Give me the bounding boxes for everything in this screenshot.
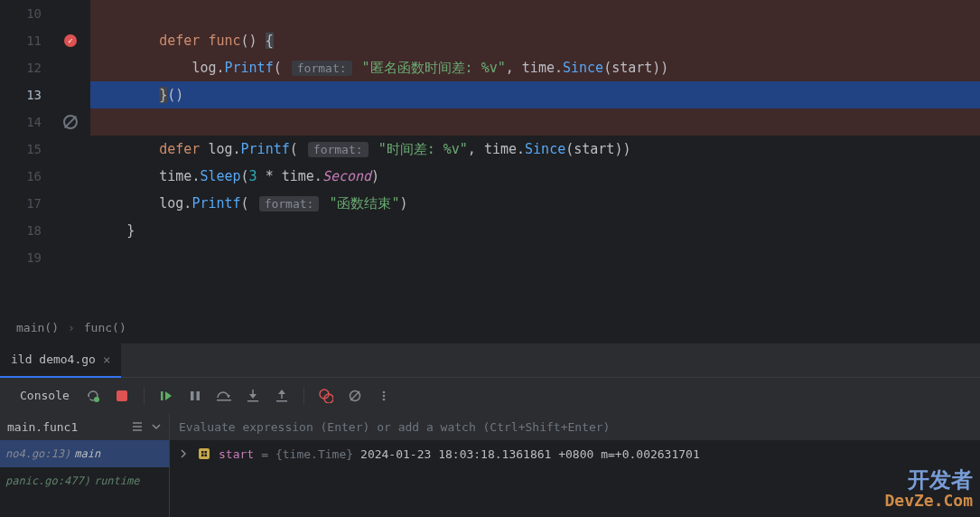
- no-stop-icon[interactable]: [51, 108, 90, 136]
- svg-rect-1: [117, 390, 127, 401]
- svg-rect-5: [217, 400, 231, 401]
- line-number[interactable]: 12: [13, 54, 51, 81]
- console-label[interactable]: Console: [20, 389, 70, 402]
- variable-equals: =: [261, 447, 268, 461]
- breadcrumb-separator: ›: [68, 321, 75, 334]
- gutter-row[interactable]: [51, 190, 90, 217]
- svg-rect-20: [199, 448, 210, 459]
- svg-rect-21: [201, 451, 204, 454]
- code-editor[interactable]: defer func() { log.Printf( format: "匿名函数…: [90, 0, 980, 312]
- frame-location: panic.go:477): [5, 475, 90, 487]
- svg-rect-22: [205, 451, 208, 454]
- gutter-row[interactable]: [51, 217, 90, 244]
- restart-button[interactable]: [80, 383, 106, 409]
- variables-panel: Evaluate expression (Enter) or add a wat…: [170, 413, 980, 517]
- breadcrumb-item[interactable]: func(): [84, 321, 126, 334]
- svg-rect-23: [201, 455, 204, 457]
- list-icon[interactable]: [131, 420, 144, 433]
- step-into-button[interactable]: [240, 383, 266, 409]
- code-line-12[interactable]: log.Printf( format: "匿名函数时间差: %v", time.…: [90, 54, 980, 81]
- line-number[interactable]: 14: [13, 108, 51, 136]
- svg-point-14: [382, 390, 385, 393]
- svg-rect-3: [191, 391, 194, 400]
- line-number[interactable]: 18: [13, 217, 51, 244]
- code-line-14[interactable]: [90, 108, 980, 136]
- gutter-row[interactable]: [51, 54, 90, 81]
- struct-icon: [197, 446, 211, 461]
- line-number[interactable]: 15: [13, 136, 51, 163]
- toolbar-separator: [144, 387, 145, 405]
- frame-package: runtime: [94, 475, 140, 487]
- gutter-row[interactable]: [51, 244, 90, 271]
- thread-name: main.func1: [7, 420, 78, 434]
- view-breakpoints-button[interactable]: [313, 383, 339, 409]
- step-out-button[interactable]: [269, 383, 294, 409]
- pause-button[interactable]: [182, 383, 208, 409]
- gutter-row[interactable]: [51, 81, 90, 108]
- code-line-10[interactable]: [90, 0, 980, 27]
- code-line-19[interactable]: [90, 244, 980, 271]
- svg-point-16: [382, 398, 385, 400]
- line-number[interactable]: 16: [13, 163, 51, 190]
- code-line-18[interactable]: }: [90, 217, 980, 244]
- code-line-13[interactable]: }(): [90, 81, 980, 108]
- tab-label: ild demo4.go: [11, 352, 96, 366]
- code-line-11[interactable]: defer func() {: [90, 27, 980, 54]
- svg-point-0: [94, 397, 99, 402]
- more-options-button[interactable]: [371, 383, 397, 409]
- svg-rect-2: [161, 391, 163, 400]
- frames-panel: main.func1 no4.go:13) main panic.go:477)…: [0, 413, 170, 517]
- variable-row[interactable]: start = {time.Time} 2024-01-23 18:03:18.…: [170, 440, 980, 467]
- toolbar-separator: [303, 387, 304, 405]
- evaluate-expression-input[interactable]: Evaluate expression (Enter) or add a wat…: [170, 413, 980, 440]
- breakpoint-icon[interactable]: [51, 27, 90, 54]
- line-number[interactable]: 13: [13, 81, 51, 108]
- frame-package: main: [74, 447, 100, 460]
- frames-header[interactable]: main.func1: [0, 413, 169, 440]
- gutter-row[interactable]: [51, 0, 90, 27]
- chevron-right-icon[interactable]: [179, 449, 190, 458]
- debug-panel: main.func1 no4.go:13) main panic.go:477)…: [0, 413, 980, 517]
- editor-area: 10 11 12 13 14 15 16 17 18 19 defer func…: [0, 0, 980, 312]
- line-number[interactable]: 19: [13, 244, 51, 271]
- debug-toolbar: Console: [0, 377, 980, 413]
- line-number-gutter: 10 11 12 13 14 15 16 17 18 19: [13, 0, 51, 312]
- svg-rect-4: [196, 391, 200, 400]
- debug-tab-bar: ild demo4.go ×: [0, 343, 980, 377]
- variable-type: {time.Time}: [275, 447, 353, 461]
- variable-value: 2024-01-23 18:03:18.1361861 +0800 m=+0.0…: [360, 447, 700, 461]
- gutter-left-edge: [0, 0, 13, 312]
- debug-tab[interactable]: ild demo4.go ×: [0, 343, 121, 378]
- stop-button[interactable]: [109, 383, 135, 409]
- breadcrumb-item[interactable]: main(): [16, 321, 59, 334]
- step-over-button[interactable]: [211, 383, 237, 409]
- breadcrumb: main() › func(): [0, 312, 980, 343]
- svg-rect-7: [247, 400, 258, 402]
- close-icon[interactable]: ×: [103, 352, 110, 367]
- code-line-17[interactable]: log.Printf( format: "函数结束"): [90, 190, 980, 217]
- code-line-16[interactable]: time.Sleep(3 * time.Second): [90, 163, 980, 190]
- gutter-row[interactable]: [51, 136, 90, 163]
- line-number[interactable]: 10: [13, 0, 51, 27]
- resume-button[interactable]: [154, 383, 179, 409]
- svg-rect-24: [205, 455, 208, 457]
- stack-frame[interactable]: panic.go:477) runtime: [0, 467, 169, 494]
- line-number[interactable]: 11: [13, 27, 51, 54]
- gutter-row[interactable]: [51, 163, 90, 190]
- svg-point-15: [382, 394, 385, 397]
- stack-frame[interactable]: no4.go:13) main: [0, 440, 169, 467]
- variable-name: start: [219, 447, 254, 461]
- code-line-15[interactable]: defer log.Printf( format: "时间差: %v", tim…: [90, 136, 980, 163]
- gutter-icons: [51, 0, 90, 312]
- svg-rect-9: [276, 400, 287, 402]
- chevron-down-icon[interactable]: [151, 421, 162, 432]
- mute-breakpoints-button[interactable]: [342, 383, 368, 409]
- frame-location: no4.go:13): [5, 447, 70, 460]
- line-number[interactable]: 17: [13, 190, 51, 217]
